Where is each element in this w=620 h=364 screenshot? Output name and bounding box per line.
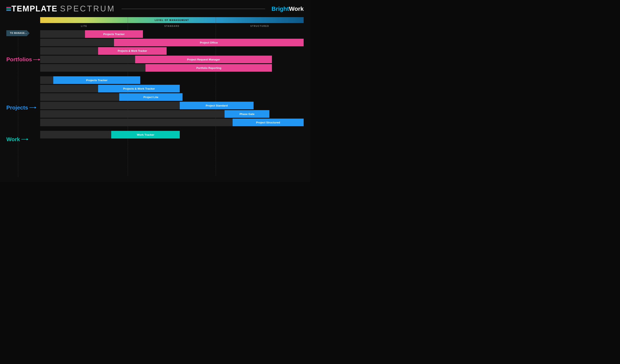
level-labels-row: LITE STANDARD STRUCTURED: [40, 24, 304, 28]
level-structured: STRUCTURED: [216, 24, 304, 28]
work-arrow: [21, 138, 28, 140]
level-bar: LEVEL OF MANAGEMENT: [40, 17, 304, 23]
portfolios-bar-2: Project Office: [40, 39, 304, 46]
level-bar-wrapper: LEVEL OF MANAGEMENT: [40, 17, 304, 23]
projects-bar-5-bg: [40, 110, 225, 118]
projects-bar-1: Projects Tracker: [40, 76, 304, 84]
to-manage-box: TO MANAGE...: [6, 30, 30, 36]
bars-area: Projects Tracker Project Office Projects…: [40, 30, 304, 145]
portfolios-bar-4-bg: [40, 56, 135, 63]
portfolios-label: Portfolios: [6, 56, 32, 63]
portfolios-arrow: [33, 59, 40, 61]
to-manage-label: TO MANAGE...: [10, 32, 27, 34]
logo-e-icon: [6, 7, 11, 11]
projects-arrow-line: [29, 107, 35, 108]
portfolios-bar-4: Project Request Manager: [40, 56, 304, 63]
logo-area: TEMPLATE SPECTRUM: [6, 4, 115, 13]
work-arrow-line: [21, 139, 27, 139]
header-separator: [122, 9, 265, 9]
projects-bar-3-bg: [40, 93, 119, 101]
projects-bar-1-bg: [40, 76, 53, 84]
logo-template-text: TEMPLATE SPECTRUM: [6, 4, 115, 13]
portfolios-bar-4-label: Project Request Manager: [135, 56, 272, 63]
header: TEMPLATE SPECTRUM BrightWork: [6, 4, 304, 13]
projects-bar-4: Project Standard: [40, 102, 304, 109]
work-bars: Work Tracker: [40, 131, 304, 138]
template-label: TEMPLATE: [11, 4, 58, 13]
projects-bar-3-text: Project Lite: [143, 95, 158, 99]
work-arrow-head: [27, 138, 28, 140]
portfolios-bar-3: Projects & Work Tracker: [40, 47, 304, 55]
projects-bar-3: Project Lite: [40, 93, 304, 101]
projects-bar-1-label: Projects Tracker: [53, 76, 140, 84]
left-col: TO MANAGE... Portfolios Projects: [6, 30, 40, 145]
portfolios-label-group: Portfolios: [6, 56, 40, 63]
brightwork-bright: Bright: [272, 5, 289, 12]
work-label-group: Work: [6, 136, 28, 143]
projects-label-group: Projects: [6, 105, 36, 111]
projects-bar-2: Projects & Work Tracker: [40, 85, 304, 92]
work-bar-1: Work Tracker: [40, 131, 304, 138]
portfolios-bars: Projects Tracker Project Office Projects…: [40, 30, 304, 72]
portfolios-bar-5-label: Portfolio Reporting: [145, 64, 272, 72]
projects-bar-2-text: Projects & Work Tracker: [123, 87, 155, 90]
to-manage-dashed-line: [18, 37, 18, 177]
brightwork-logo: BrightWork: [272, 5, 304, 12]
level-bar-label: LEVEL OF MANAGEMENT: [155, 19, 189, 21]
level-standard: STANDARD: [128, 24, 216, 28]
projects-bars: Projects Tracker Projects & Work Tracker…: [40, 76, 304, 126]
projects-bar-5-label: Phase Gate: [225, 110, 269, 118]
portfolios-bar-5-bg: [40, 64, 145, 72]
level-standard-label: STANDARD: [164, 25, 179, 27]
projects-bar-3-label: Project Lite: [119, 93, 183, 101]
projects-bar-2-bg: [40, 85, 98, 92]
portfolios-bar-3-label: Projects & Work Tracker: [98, 47, 167, 55]
portfolios-bar-2-label: Project Office: [114, 39, 304, 46]
to-manage-area: TO MANAGE...: [6, 30, 40, 36]
portfolios-arrow-line: [33, 60, 38, 60]
portfolios-bar-1-text: Projects Tracker: [103, 32, 124, 36]
page-container: TEMPLATE SPECTRUM BrightWork LEVEL OF MA…: [0, 0, 310, 182]
portfolios-bar-1: Projects Tracker: [40, 30, 304, 38]
projects-bar-4-text: Project Standard: [206, 104, 228, 107]
portfolios-bar-3-text: Projects & Work Tracker: [118, 49, 147, 52]
projects-bar-6-label: Project Structured: [232, 119, 304, 126]
projects-label: Projects: [6, 105, 28, 111]
chart-area: TO MANAGE... Portfolios Projects: [6, 30, 304, 145]
projects-label-area: Projects: [6, 81, 40, 134]
projects-bar-1-text: Projects Tracker: [86, 79, 108, 82]
portfolios-bar-2-bg: [40, 39, 114, 46]
portfolios-bar-5: Portfolio Reporting: [40, 64, 304, 72]
work-bar-1-bg: [40, 131, 111, 138]
portfolios-bar-4-text: Project Request Manager: [187, 58, 220, 61]
projects-bar-2-label: Projects & Work Tracker: [98, 85, 180, 92]
projects-arrow-head: [35, 106, 36, 109]
projects-bar-6-text: Project Structured: [256, 121, 280, 124]
level-structured-label: STRUCTURED: [250, 25, 269, 27]
portfolios-bar-2-text: Project Office: [200, 41, 218, 44]
projects-bar-6: Project Structured: [40, 119, 304, 126]
brightwork-work: Work: [289, 5, 304, 12]
level-lite: LITE: [40, 24, 128, 28]
projects-bar-6-bg: [40, 119, 232, 126]
work-bar-1-text: Work Tracker: [137, 133, 154, 136]
spectrum-label: SPECTRUM: [60, 4, 115, 13]
portfolios-label-area: Portfolios: [6, 38, 40, 81]
portfolios-bar-1-label: Projects Tracker: [85, 30, 143, 38]
projects-bar-4-bg: [40, 102, 180, 109]
projects-arrow: [29, 106, 36, 109]
projects-bar-4-label: Project Standard: [180, 102, 254, 109]
projects-bar-5-text: Phase Gate: [240, 112, 255, 116]
work-label-area: Work: [6, 134, 40, 145]
projects-bar-5: Phase Gate: [40, 110, 304, 118]
portfolios-bar-5-text: Portfolio Reporting: [196, 66, 221, 70]
work-bar-1-label: Work Tracker: [111, 131, 180, 138]
level-lite-label: LITE: [81, 25, 87, 27]
